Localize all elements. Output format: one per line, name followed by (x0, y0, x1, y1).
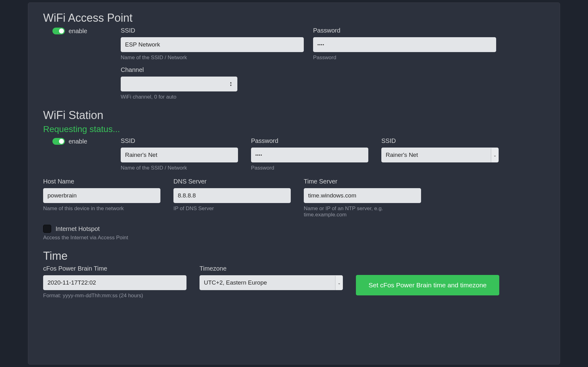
ap-ssid-help: Name of the SSID / Network (121, 55, 304, 61)
ap-ssid-label: SSID (121, 27, 304, 34)
hotspot-checkbox[interactable] (43, 225, 51, 233)
chevron-down-icon: ⌄ (335, 276, 343, 290)
sta-enable-label: enable (69, 138, 87, 145)
ap-channel-field: Channel ▲▼ WiFi channel, 0 for auto (121, 66, 237, 100)
wifi-sta-heading: WiFi Station (43, 109, 545, 122)
pbtime-input[interactable] (43, 275, 186, 290)
sta-ssid-select[interactable]: Rainer's Net ⌄ (381, 148, 499, 162)
hostname-help: Name of this device in the network (43, 206, 160, 212)
sta-ssid-select-field: SSID Rainer's Net ⌄ (381, 137, 499, 171)
sta-enable-row: enable (43, 137, 121, 171)
ap-password-input[interactable] (313, 37, 496, 52)
stepper-arrows-icon: ▲▼ (229, 80, 233, 88)
ap-channel-help: WiFi channel, 0 for auto (121, 94, 237, 100)
timezone-value: UTC+2, Eastern Europe (204, 279, 335, 286)
dns-input[interactable] (173, 188, 291, 203)
hotspot-row: Internet Hotspot (43, 225, 545, 233)
ap-channel-stepper[interactable]: ▲▼ (121, 77, 237, 91)
pbtime-help: Format: yyyy-mm-ddThh:mm:ss (24 hours) (43, 293, 186, 299)
sta-status-text: Requesting status... (43, 124, 545, 134)
timezone-field: Timezone UTC+2, Eastern Europe ⌄ (200, 265, 343, 290)
dns-field: DNS Server IP of DNS Server (173, 178, 291, 218)
ap-channel-label: Channel (121, 66, 237, 73)
timeserver-label: Time Server (304, 178, 421, 185)
sta-enable-toggle[interactable] (52, 138, 65, 145)
pbtime-field: cFos Power Brain Time Format: yyyy-mm-dd… (43, 265, 186, 299)
sta-password-field: Password Password (251, 137, 368, 171)
timezone-select[interactable]: UTC+2, Eastern Europe ⌄ (200, 275, 343, 290)
ap-ssid-input[interactable] (121, 37, 304, 52)
ap-password-label: Password (313, 27, 496, 34)
wifi-ap-section: WiFi Access Point enable SSID Name of th… (43, 11, 545, 100)
wifi-sta-section: WiFi Station Requesting status... enable… (43, 109, 545, 241)
config-panel: WiFi Access Point enable SSID Name of th… (28, 2, 560, 365)
hotspot-help: Access the Internet via Access Point (43, 235, 545, 241)
dns-label: DNS Server (173, 178, 291, 185)
hotspot-label: Internet Hotspot (56, 225, 100, 232)
ap-ssid-field: SSID Name of the SSID / Network (121, 27, 304, 61)
sta-password-input[interactable] (251, 148, 368, 162)
ap-password-help: Password (313, 55, 496, 61)
timeserver-field: Time Server Name or IP of an NTP server,… (304, 178, 421, 218)
sta-ssid-label: SSID (121, 137, 238, 144)
set-time-button[interactable]: Set cFos Power Brain time and timezone (356, 275, 499, 295)
ap-enable-row: enable (43, 27, 121, 61)
pbtime-label: cFos Power Brain Time (43, 265, 186, 272)
timezone-label: Timezone (200, 265, 343, 272)
sta-ssid-select-value: Rainer's Net (386, 152, 491, 158)
chevron-down-icon: ⌄ (491, 148, 498, 162)
sta-ssid-help: Name of the SSID / Network (121, 165, 238, 171)
dns-help: IP of DNS Server (173, 206, 291, 212)
ap-password-field: Password Password (313, 27, 496, 61)
ap-enable-toggle[interactable] (52, 28, 65, 34)
ap-enable-label: enable (69, 28, 87, 35)
sta-password-label: Password (251, 137, 368, 144)
wifi-ap-heading: WiFi Access Point (43, 11, 545, 24)
sta-password-help: Password (251, 165, 368, 171)
sta-ssid-select-label: SSID (381, 137, 499, 144)
hostname-label: Host Name (43, 178, 160, 185)
sta-ssid-input[interactable] (121, 148, 238, 162)
hostname-input[interactable] (43, 188, 160, 203)
time-section: Time cFos Power Brain Time Format: yyyy-… (43, 250, 545, 299)
time-heading: Time (43, 250, 545, 263)
sta-ssid-field: SSID Name of the SSID / Network (121, 137, 238, 171)
hostname-field: Host Name Name of this device in the net… (43, 178, 160, 218)
timeserver-input[interactable] (304, 188, 421, 203)
timeserver-help: Name or IP of an NTP server, e.g. time.e… (304, 206, 421, 218)
